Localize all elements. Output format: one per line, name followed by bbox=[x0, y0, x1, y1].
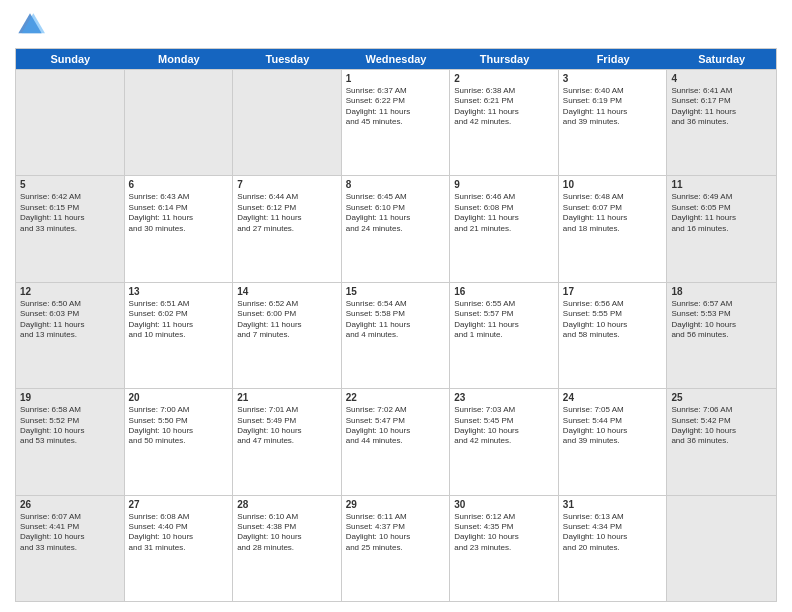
week-row-2: 5Sunrise: 6:42 AM Sunset: 6:15 PM Daylig… bbox=[16, 175, 776, 281]
day-cell-21: 21Sunrise: 7:01 AM Sunset: 5:49 PM Dayli… bbox=[233, 389, 342, 494]
day-info: Sunrise: 6:38 AM Sunset: 6:21 PM Dayligh… bbox=[454, 86, 554, 128]
logo bbox=[15, 10, 49, 40]
day-number: 15 bbox=[346, 286, 446, 297]
day-cell-2: 2Sunrise: 6:38 AM Sunset: 6:21 PM Daylig… bbox=[450, 70, 559, 175]
day-number: 30 bbox=[454, 499, 554, 510]
page: SundayMondayTuesdayWednesdayThursdayFrid… bbox=[0, 0, 792, 612]
day-info: Sunrise: 6:54 AM Sunset: 5:58 PM Dayligh… bbox=[346, 299, 446, 341]
day-cell-4: 4Sunrise: 6:41 AM Sunset: 6:17 PM Daylig… bbox=[667, 70, 776, 175]
day-cell-10: 10Sunrise: 6:48 AM Sunset: 6:07 PM Dayli… bbox=[559, 176, 668, 281]
week-row-3: 12Sunrise: 6:50 AM Sunset: 6:03 PM Dayli… bbox=[16, 282, 776, 388]
calendar-body: 1Sunrise: 6:37 AM Sunset: 6:22 PM Daylig… bbox=[16, 69, 776, 601]
day-number: 21 bbox=[237, 392, 337, 403]
header bbox=[15, 10, 777, 40]
day-info: Sunrise: 7:06 AM Sunset: 5:42 PM Dayligh… bbox=[671, 405, 772, 447]
day-cell-23: 23Sunrise: 7:03 AM Sunset: 5:45 PM Dayli… bbox=[450, 389, 559, 494]
day-cell-28: 28Sunrise: 6:10 AM Sunset: 4:38 PM Dayli… bbox=[233, 496, 342, 601]
day-info: Sunrise: 6:13 AM Sunset: 4:34 PM Dayligh… bbox=[563, 512, 663, 554]
header-day-wednesday: Wednesday bbox=[342, 49, 451, 69]
day-cell-29: 29Sunrise: 6:11 AM Sunset: 4:37 PM Dayli… bbox=[342, 496, 451, 601]
header-day-thursday: Thursday bbox=[450, 49, 559, 69]
day-info: Sunrise: 6:10 AM Sunset: 4:38 PM Dayligh… bbox=[237, 512, 337, 554]
day-cell-19: 19Sunrise: 6:58 AM Sunset: 5:52 PM Dayli… bbox=[16, 389, 125, 494]
empty-cell-0-0 bbox=[16, 70, 125, 175]
day-info: Sunrise: 6:42 AM Sunset: 6:15 PM Dayligh… bbox=[20, 192, 120, 234]
day-number: 25 bbox=[671, 392, 772, 403]
day-info: Sunrise: 7:02 AM Sunset: 5:47 PM Dayligh… bbox=[346, 405, 446, 447]
day-info: Sunrise: 6:46 AM Sunset: 6:08 PM Dayligh… bbox=[454, 192, 554, 234]
day-cell-11: 11Sunrise: 6:49 AM Sunset: 6:05 PM Dayli… bbox=[667, 176, 776, 281]
day-info: Sunrise: 6:55 AM Sunset: 5:57 PM Dayligh… bbox=[454, 299, 554, 341]
day-info: Sunrise: 6:49 AM Sunset: 6:05 PM Dayligh… bbox=[671, 192, 772, 234]
week-row-5: 26Sunrise: 6:07 AM Sunset: 4:41 PM Dayli… bbox=[16, 495, 776, 601]
day-info: Sunrise: 6:37 AM Sunset: 6:22 PM Dayligh… bbox=[346, 86, 446, 128]
header-day-monday: Monday bbox=[125, 49, 234, 69]
day-cell-1: 1Sunrise: 6:37 AM Sunset: 6:22 PM Daylig… bbox=[342, 70, 451, 175]
day-number: 4 bbox=[671, 73, 772, 84]
day-cell-24: 24Sunrise: 7:05 AM Sunset: 5:44 PM Dayli… bbox=[559, 389, 668, 494]
week-row-4: 19Sunrise: 6:58 AM Sunset: 5:52 PM Dayli… bbox=[16, 388, 776, 494]
day-number: 11 bbox=[671, 179, 772, 190]
day-cell-12: 12Sunrise: 6:50 AM Sunset: 6:03 PM Dayli… bbox=[16, 283, 125, 388]
day-number: 27 bbox=[129, 499, 229, 510]
header-day-friday: Friday bbox=[559, 49, 668, 69]
week-row-1: 1Sunrise: 6:37 AM Sunset: 6:22 PM Daylig… bbox=[16, 69, 776, 175]
day-cell-6: 6Sunrise: 6:43 AM Sunset: 6:14 PM Daylig… bbox=[125, 176, 234, 281]
day-number: 7 bbox=[237, 179, 337, 190]
day-cell-20: 20Sunrise: 7:00 AM Sunset: 5:50 PM Dayli… bbox=[125, 389, 234, 494]
day-number: 17 bbox=[563, 286, 663, 297]
day-number: 6 bbox=[129, 179, 229, 190]
day-number: 18 bbox=[671, 286, 772, 297]
day-info: Sunrise: 6:57 AM Sunset: 5:53 PM Dayligh… bbox=[671, 299, 772, 341]
day-cell-15: 15Sunrise: 6:54 AM Sunset: 5:58 PM Dayli… bbox=[342, 283, 451, 388]
day-cell-16: 16Sunrise: 6:55 AM Sunset: 5:57 PM Dayli… bbox=[450, 283, 559, 388]
day-number: 26 bbox=[20, 499, 120, 510]
day-number: 14 bbox=[237, 286, 337, 297]
day-number: 12 bbox=[20, 286, 120, 297]
day-cell-13: 13Sunrise: 6:51 AM Sunset: 6:02 PM Dayli… bbox=[125, 283, 234, 388]
day-cell-27: 27Sunrise: 6:08 AM Sunset: 4:40 PM Dayli… bbox=[125, 496, 234, 601]
day-number: 10 bbox=[563, 179, 663, 190]
empty-cell-0-1 bbox=[125, 70, 234, 175]
day-number: 20 bbox=[129, 392, 229, 403]
day-number: 1 bbox=[346, 73, 446, 84]
day-number: 29 bbox=[346, 499, 446, 510]
empty-cell-0-2 bbox=[233, 70, 342, 175]
day-info: Sunrise: 6:08 AM Sunset: 4:40 PM Dayligh… bbox=[129, 512, 229, 554]
day-number: 3 bbox=[563, 73, 663, 84]
day-cell-14: 14Sunrise: 6:52 AM Sunset: 6:00 PM Dayli… bbox=[233, 283, 342, 388]
empty-cell-4-6 bbox=[667, 496, 776, 601]
day-cell-22: 22Sunrise: 7:02 AM Sunset: 5:47 PM Dayli… bbox=[342, 389, 451, 494]
day-info: Sunrise: 6:48 AM Sunset: 6:07 PM Dayligh… bbox=[563, 192, 663, 234]
day-number: 22 bbox=[346, 392, 446, 403]
day-number: 2 bbox=[454, 73, 554, 84]
day-info: Sunrise: 7:05 AM Sunset: 5:44 PM Dayligh… bbox=[563, 405, 663, 447]
day-info: Sunrise: 6:43 AM Sunset: 6:14 PM Dayligh… bbox=[129, 192, 229, 234]
day-number: 16 bbox=[454, 286, 554, 297]
day-info: Sunrise: 6:51 AM Sunset: 6:02 PM Dayligh… bbox=[129, 299, 229, 341]
day-info: Sunrise: 7:00 AM Sunset: 5:50 PM Dayligh… bbox=[129, 405, 229, 447]
day-cell-25: 25Sunrise: 7:06 AM Sunset: 5:42 PM Dayli… bbox=[667, 389, 776, 494]
header-day-sunday: Sunday bbox=[16, 49, 125, 69]
day-number: 31 bbox=[563, 499, 663, 510]
day-info: Sunrise: 6:41 AM Sunset: 6:17 PM Dayligh… bbox=[671, 86, 772, 128]
day-info: Sunrise: 6:07 AM Sunset: 4:41 PM Dayligh… bbox=[20, 512, 120, 554]
day-cell-17: 17Sunrise: 6:56 AM Sunset: 5:55 PM Dayli… bbox=[559, 283, 668, 388]
day-cell-30: 30Sunrise: 6:12 AM Sunset: 4:35 PM Dayli… bbox=[450, 496, 559, 601]
day-number: 24 bbox=[563, 392, 663, 403]
day-cell-31: 31Sunrise: 6:13 AM Sunset: 4:34 PM Dayli… bbox=[559, 496, 668, 601]
logo-icon bbox=[15, 10, 45, 40]
day-cell-7: 7Sunrise: 6:44 AM Sunset: 6:12 PM Daylig… bbox=[233, 176, 342, 281]
day-cell-18: 18Sunrise: 6:57 AM Sunset: 5:53 PM Dayli… bbox=[667, 283, 776, 388]
day-number: 8 bbox=[346, 179, 446, 190]
day-number: 5 bbox=[20, 179, 120, 190]
day-info: Sunrise: 6:52 AM Sunset: 6:00 PM Dayligh… bbox=[237, 299, 337, 341]
calendar-header: SundayMondayTuesdayWednesdayThursdayFrid… bbox=[16, 49, 776, 69]
day-number: 28 bbox=[237, 499, 337, 510]
day-info: Sunrise: 6:50 AM Sunset: 6:03 PM Dayligh… bbox=[20, 299, 120, 341]
day-number: 9 bbox=[454, 179, 554, 190]
day-cell-8: 8Sunrise: 6:45 AM Sunset: 6:10 PM Daylig… bbox=[342, 176, 451, 281]
day-info: Sunrise: 6:58 AM Sunset: 5:52 PM Dayligh… bbox=[20, 405, 120, 447]
day-number: 19 bbox=[20, 392, 120, 403]
day-cell-26: 26Sunrise: 6:07 AM Sunset: 4:41 PM Dayli… bbox=[16, 496, 125, 601]
